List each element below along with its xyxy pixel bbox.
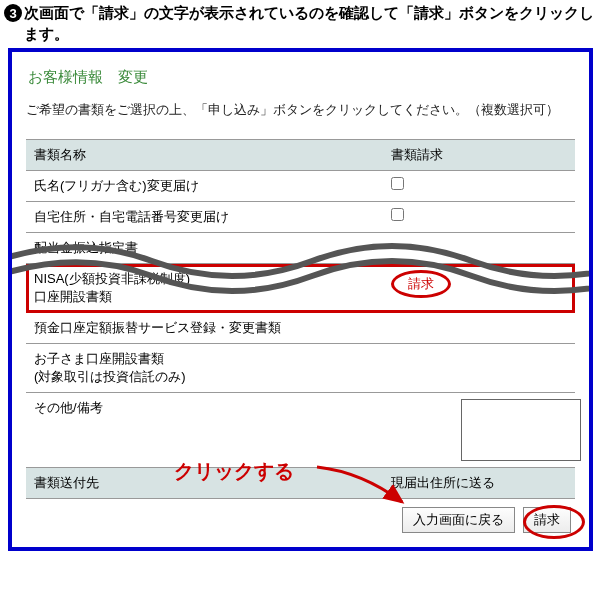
doc-name-cell: 配当金振込指定書	[26, 233, 383, 264]
remarks-input-cell	[383, 393, 575, 468]
destination-value: 現届出住所に送る	[383, 468, 575, 499]
doc-request-cell	[383, 171, 575, 202]
panel-inner: お客様情報 変更 ご希望の書類をご選択の上、「申し込み」ボタンをクリックしてくだ…	[12, 52, 589, 547]
remarks-label-cell: その他/備考	[26, 393, 383, 468]
doc-request-cell	[383, 313, 575, 344]
instruction-text: 次画面で「請求」の文字が表示されているのを確認して「請求」ボタンをクリックします…	[24, 2, 597, 44]
submit-button[interactable]: 請求	[523, 507, 571, 533]
table-row: お子さま口座開設書類 (対象取引は投資信託のみ)	[26, 344, 575, 393]
remarks-textarea[interactable]	[461, 399, 581, 461]
destination-label: 書類送付先	[26, 468, 383, 499]
request-checkbox[interactable]	[391, 208, 404, 221]
button-row: 入力画面に戻る 請求	[26, 499, 575, 533]
doc-name-line2: (対象取引は投資信託のみ)	[34, 369, 186, 384]
request-checkbox[interactable]	[391, 177, 404, 190]
table-row-highlighted: NISA(少額投資非課税制度) 口座開設書類 請求	[26, 264, 575, 313]
screenshot-panel: お客様情報 変更 ご希望の書類をご選択の上、「申し込み」ボタンをクリックしてくだ…	[8, 48, 593, 551]
doc-request-cell	[383, 202, 575, 233]
doc-name-line2: 口座開設書類	[34, 289, 112, 304]
back-button[interactable]: 入力画面に戻る	[402, 507, 515, 533]
page-title: お客様情報 変更	[26, 62, 575, 101]
table-row: 預金口座定額振替サービス登録・変更書類	[26, 313, 575, 344]
doc-request-cell	[383, 233, 575, 264]
table-row: 氏名(フリガナ含む)変更届け	[26, 171, 575, 202]
table-row-destination: 書類送付先 現届出住所に送る	[26, 468, 575, 499]
header-doc-name: 書類名称	[26, 140, 383, 171]
table-row: 自宅住所・自宅電話番号変更届け	[26, 202, 575, 233]
request-status-badge: 請求	[391, 270, 451, 298]
instruction-row: 3 次画面で「請求」の文字が表示されているのを確認して「請求」ボタンをクリックし…	[0, 0, 601, 46]
doc-name-line1: お子さま口座開設書類	[34, 351, 164, 366]
document-table: 書類名称 書類請求 氏名(フリガナ含む)変更届け 自宅住所・自宅電話番号変更届け	[26, 139, 575, 499]
instruction-number-badge: 3	[4, 4, 22, 22]
main-wrapper: 3 次画面で「請求」の文字が表示されているのを確認して「請求」ボタンをクリックし…	[0, 0, 601, 551]
doc-request-cell: 請求	[383, 264, 575, 313]
header-doc-request: 書類請求	[383, 140, 575, 171]
doc-name-cell: NISA(少額投資非課税制度) 口座開設書類	[26, 264, 383, 313]
doc-name-cell: 自宅住所・自宅電話番号変更届け	[26, 202, 383, 233]
table-row: 配当金振込指定書	[26, 233, 575, 264]
doc-request-cell	[383, 344, 575, 393]
doc-name-cell: 預金口座定額振替サービス登録・変更書類	[26, 313, 383, 344]
doc-name-cell: お子さま口座開設書類 (対象取引は投資信託のみ)	[26, 344, 383, 393]
table-header-row: 書類名称 書類請求	[26, 140, 575, 171]
page-description: ご希望の書類をご選択の上、「申し込み」ボタンをクリックしてください。（複数選択可…	[26, 101, 575, 139]
doc-name-cell: 氏名(フリガナ含む)変更届け	[26, 171, 383, 202]
table-row-remarks: その他/備考	[26, 393, 575, 468]
doc-name-line1: NISA(少額投資非課税制度)	[34, 271, 190, 286]
